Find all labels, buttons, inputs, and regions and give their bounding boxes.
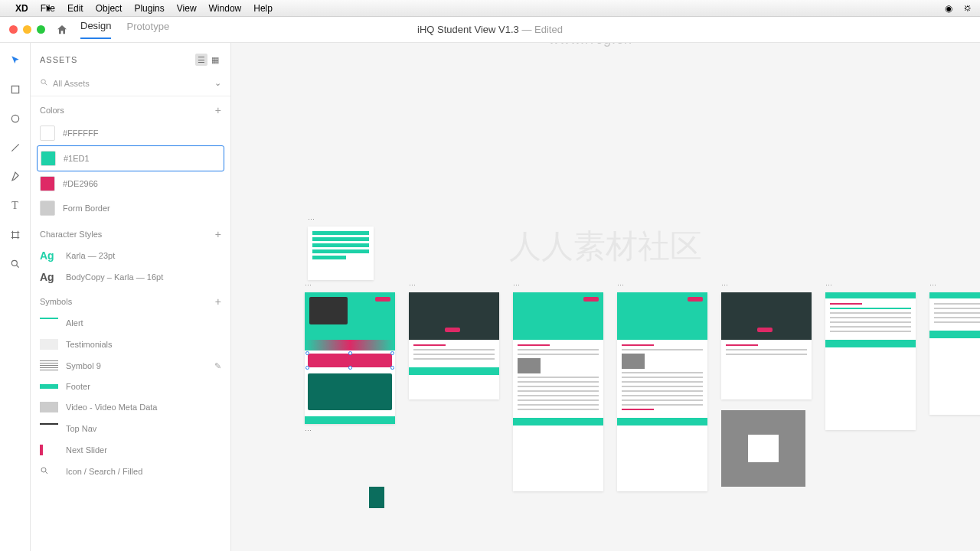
selected-element[interactable] xyxy=(308,354,392,367)
svg-point-1 xyxy=(11,115,18,122)
tab-prototype[interactable]: Prototype xyxy=(126,21,169,38)
color-item-teal[interactable]: #1ED1 xyxy=(37,145,224,171)
search-icon xyxy=(40,78,48,88)
window-controls xyxy=(9,25,45,34)
ellipse-tool-icon[interactable] xyxy=(8,112,22,126)
symbol-nextslider[interactable]: Next Slider xyxy=(31,439,230,461)
status-icon[interactable]: ⛭ xyxy=(963,3,972,14)
menu-help[interactable]: Help xyxy=(253,3,273,14)
pen-tool-icon[interactable] xyxy=(8,170,22,184)
color-item-pink[interactable]: #DE2966 xyxy=(31,171,230,196)
menu-view[interactable]: View xyxy=(177,3,197,14)
symbol-footer[interactable]: Footer xyxy=(31,377,230,396)
list-view-icon[interactable]: ☰ xyxy=(195,54,207,66)
window-close-button[interactable] xyxy=(9,25,18,34)
svg-point-7 xyxy=(41,468,46,472)
charstyle-karla23[interactable]: Ag Karla — 23pt xyxy=(31,245,230,266)
pencil-icon[interactable]: ✎ xyxy=(214,361,221,371)
menu-plugins[interactable]: Plugins xyxy=(134,3,164,14)
artboard-wireframe[interactable]: ⋯ xyxy=(308,227,374,280)
assets-title: ASSETS xyxy=(40,55,77,64)
app-titlebar: Design Prototype iHQ Student View V1.3 —… xyxy=(0,17,980,43)
svg-point-5 xyxy=(41,80,46,84)
select-tool-icon[interactable] xyxy=(8,54,22,67)
svg-line-4 xyxy=(16,266,18,268)
artboard-small[interactable] xyxy=(369,487,384,508)
svg-line-8 xyxy=(46,472,48,474)
window-maximize-button[interactable] xyxy=(37,25,45,34)
menu-object[interactable]: Object xyxy=(96,3,122,14)
cc-icon[interactable]: ◉ xyxy=(945,3,952,14)
design-canvas[interactable]: www.rrcg.cn 人人素材社区 ⋯ ⋯ ⋯ xyxy=(231,43,980,551)
artboard-5[interactable]: ⋯ xyxy=(721,292,812,399)
add-symbol-button[interactable]: + xyxy=(215,295,221,308)
left-toolbar: T xyxy=(0,43,31,551)
search-placeholder: All Assets xyxy=(53,79,214,88)
artboard-2[interactable]: ⋯ xyxy=(409,292,499,399)
charstyle-bodycopy[interactable]: Ag BodyCopy – Karla — 16pt xyxy=(31,266,230,288)
watermark-url: www.rrcg.cn xyxy=(549,43,632,47)
color-item-white[interactable]: #FFFFFF xyxy=(31,121,230,145)
document-title: iHQ Student View V1.3 — Edited xyxy=(417,24,563,35)
menu-file[interactable]: File xyxy=(41,3,55,14)
charstyles-header: Character Styles + xyxy=(31,220,230,245)
artboard-tool-icon[interactable] xyxy=(8,228,22,242)
svg-point-3 xyxy=(11,260,17,266)
symbol-testimonials[interactable]: Testimonials xyxy=(31,334,230,355)
artboard-home-selected[interactable]: ⋯ ⋯ xyxy=(305,292,395,424)
macos-menubar: XD File Edit Object Plugins View Window … xyxy=(0,0,980,17)
symbols-header: Symbols + xyxy=(31,288,230,312)
menu-edit[interactable]: Edit xyxy=(67,3,83,14)
window-minimize-button[interactable] xyxy=(23,25,31,34)
symbol-icon-search[interactable]: Icon / Search / Filled xyxy=(31,461,230,482)
zoom-tool-icon[interactable] xyxy=(8,257,22,271)
color-item-formborder[interactable]: Form Border xyxy=(31,196,230,220)
menu-window[interactable]: Window xyxy=(209,3,242,14)
artboard-4[interactable]: ⋯ xyxy=(617,292,707,491)
svg-line-6 xyxy=(45,83,47,85)
grid-view-icon[interactable]: ▦ xyxy=(209,54,221,66)
home-icon[interactable] xyxy=(56,24,68,36)
line-tool-icon[interactable] xyxy=(8,141,22,155)
assets-search[interactable]: All Assets ⌄ xyxy=(31,73,230,96)
tab-design[interactable]: Design xyxy=(80,20,111,39)
artboard-7[interactable]: ⋯ xyxy=(929,292,980,415)
watermark-text: 人人素材社区 xyxy=(509,225,702,268)
menu-app[interactable]: XD xyxy=(15,3,28,14)
add-charstyle-button[interactable]: + xyxy=(215,228,221,240)
symbol-alert[interactable]: Alert xyxy=(31,312,230,334)
artboard-modal[interactable] xyxy=(721,410,805,487)
rectangle-tool-icon[interactable] xyxy=(8,83,22,96)
artboard-3[interactable]: ⋯ xyxy=(513,292,603,491)
artboard-6[interactable]: ⋯ xyxy=(825,292,916,430)
chevron-down-icon[interactable]: ⌄ xyxy=(214,78,221,88)
svg-line-2 xyxy=(11,144,18,151)
symbol-topnav[interactable]: Top Nav xyxy=(31,418,230,439)
symbol-9[interactable]: Symbol 9✎ xyxy=(31,355,230,377)
add-color-button[interactable]: + xyxy=(215,104,221,116)
colors-header: Colors + xyxy=(31,96,230,121)
assets-panel: ASSETS ☰ ▦ All Assets ⌄ Colors + #FFFFFF… xyxy=(31,43,231,551)
text-tool-icon[interactable]: T xyxy=(8,199,22,213)
svg-rect-0 xyxy=(11,86,18,93)
symbol-video-meta[interactable]: Video - Video Meta Data xyxy=(31,396,230,418)
